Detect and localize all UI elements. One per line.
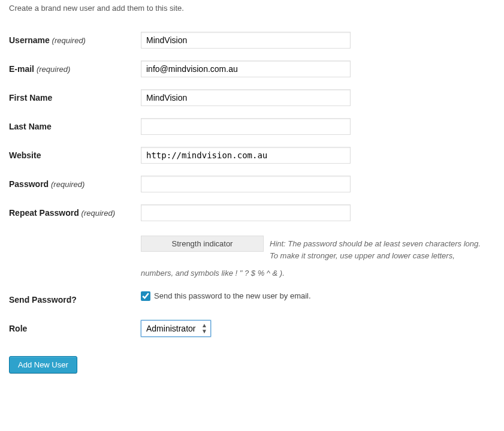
repeat-password-label: Repeat Password (required) — [9, 198, 141, 227]
website-label: Website — [9, 141, 141, 170]
password-strength-indicator: Strength indicator — [141, 236, 264, 252]
email-label: E-mail (required) — [9, 55, 141, 83]
required-note: (required) — [51, 180, 84, 189]
add-user-form: Username (required) E-mail (required) Fi… — [9, 26, 495, 343]
required-note: (required) — [82, 209, 115, 218]
required-note: (required) — [37, 65, 70, 74]
repeat-password-input[interactable] — [141, 204, 351, 221]
password-hint-line1: Hint: The password should be at least se… — [264, 227, 489, 261]
send-password-checkbox-wrap[interactable]: Send this password to the new user by em… — [141, 291, 489, 301]
first-name-input[interactable] — [141, 89, 351, 106]
required-note: (required) — [52, 36, 86, 45]
email-input[interactable] — [141, 61, 351, 77]
password-hint-line2: numbers, and symbols like ! " ? $ % ^ & … — [9, 267, 489, 279]
website-input[interactable] — [141, 147, 351, 164]
add-new-user-button[interactable]: Add New User — [9, 356, 77, 373]
password-label: Password (required) — [9, 170, 141, 198]
send-password-label: Send Password? — [9, 285, 141, 314]
username-input[interactable] — [141, 32, 351, 49]
intro-text: Create a brand new user and add them to … — [9, 4, 495, 13]
role-select[interactable]: Administrator — [141, 320, 211, 337]
send-password-checkbox[interactable] — [141, 291, 150, 301]
username-label: Username (required) — [9, 26, 141, 55]
password-input[interactable] — [141, 176, 351, 192]
first-name-label: First Name — [9, 83, 141, 112]
role-label: Role — [9, 314, 141, 343]
last-name-label: Last Name — [9, 112, 141, 141]
last-name-input[interactable] — [141, 118, 351, 135]
send-password-text: Send this password to the new user by em… — [154, 291, 311, 300]
